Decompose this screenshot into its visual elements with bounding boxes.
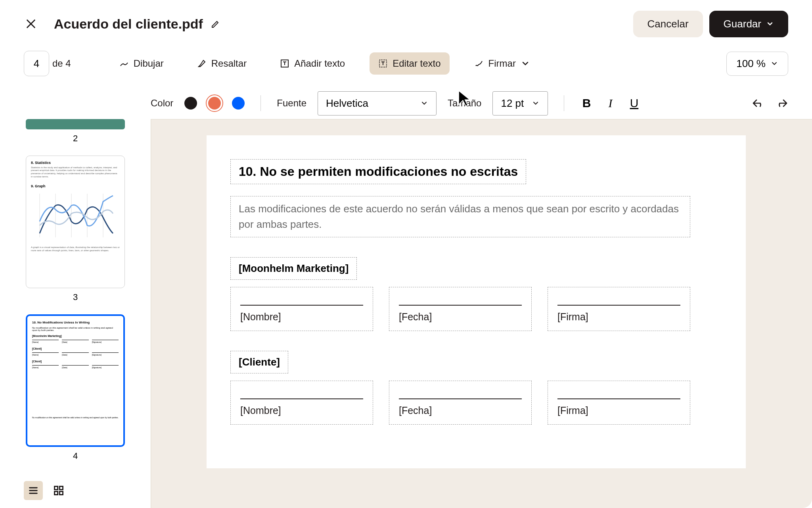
signature-line [240,294,363,306]
edit-text-tool[interactable]: Editar texto [370,52,449,75]
chevron-down-icon [420,99,428,107]
list-view-button[interactable] [24,481,43,500]
chevron-down-icon [521,59,530,68]
chevron-down-icon [770,60,778,67]
divider [564,95,564,111]
add-text-icon [280,59,289,68]
format-bar: Color Fuente Helvetica Tamaño 12 pt B I … [0,87,812,119]
svg-rect-17 [59,487,63,490]
highlight-icon [197,59,207,68]
party-2-label[interactable]: [Cliente] [230,351,288,373]
page-total: de 4 [52,58,71,69]
edit-filename-button[interactable] [211,19,220,29]
signature-field-name[interactable]: [Nombre] [230,287,373,331]
thumbnail-4[interactable]: 10. No Modifications Unless In Writing N… [26,314,125,447]
main: 2 8. Statistics Statistics is the study … [0,119,812,508]
color-swatch-orange[interactable] [208,97,221,110]
redo-button[interactable] [776,97,788,110]
close-icon [25,18,36,29]
color-swatch-black[interactable] [184,97,197,110]
signature-field-name[interactable]: [Nombre] [230,381,373,425]
thumbnail-3-label: 3 [73,292,78,302]
canvas[interactable]: 10. No se permiten modificaciones no esc… [151,119,812,508]
sidebar-footer [0,473,151,508]
draw-icon [119,59,129,68]
signature-field-date[interactable]: [Fecha] [389,287,532,331]
color-swatch-blue[interactable] [232,97,245,110]
thumbnail-3[interactable]: 8. Statistics Statistics is the study an… [26,156,125,288]
party-1-label[interactable]: [Moonhelm Marketing] [230,257,357,280]
thumbnail-4-label: 4 [73,451,78,461]
page-indicator: de 4 [24,51,71,76]
save-button-label: Guardar [724,18,761,30]
thumbnail-2-partial[interactable] [26,119,125,129]
size-label: Tamaño [448,98,481,109]
grid-icon [53,485,64,496]
signature-field-date[interactable]: [Fecha] [389,381,532,425]
pencil-icon [211,19,220,29]
undo-icon [752,97,764,110]
redo-icon [776,97,788,110]
chevron-down-icon [766,20,774,28]
zoom-value: 100 % [736,58,766,70]
draw-tool[interactable]: Dibujar [111,52,172,75]
underline-button[interactable]: U [628,97,640,110]
sign-tool[interactable]: Firmar [465,52,539,75]
signature-line [240,387,363,399]
signature-line [557,294,680,306]
size-dropdown[interactable]: 12 pt [492,91,548,115]
font-dropdown[interactable]: Helvetica [318,91,437,115]
thumbnail-2-label: 2 [73,133,78,144]
sign-icon [474,59,484,68]
page: 10. No se permiten modificaciones no esc… [207,135,746,468]
color-label: Color [151,98,173,109]
close-button[interactable] [24,17,38,31]
svg-rect-19 [59,491,63,495]
grid-view-button[interactable] [49,481,68,500]
highlight-tool[interactable]: Resaltar [188,52,255,75]
toolbar: de 4 Dibujar Resaltar Añadir texto Edita… [0,48,812,79]
signature-line [399,387,522,399]
undo-button[interactable] [752,97,764,110]
edit-text-icon [378,59,388,68]
header: Acuerdo del cliente.pdf Cancelar Guardar [0,0,812,48]
italic-button[interactable]: I [604,97,617,110]
chart-icon [31,190,120,241]
svg-rect-16 [55,487,58,490]
zoom-dropdown[interactable]: 100 % [726,52,788,76]
bold-button[interactable]: B [580,97,593,110]
save-button[interactable]: Guardar [709,11,788,37]
section-title[interactable]: 10. No se permiten modificaciones no esc… [230,159,526,184]
add-text-tool[interactable]: Añadir texto [271,52,354,75]
svg-rect-18 [55,491,58,495]
page-number-input[interactable] [24,51,49,76]
divider [260,95,261,111]
cancel-button[interactable]: Cancelar [633,11,703,37]
list-icon [28,485,39,496]
font-label: Fuente [277,98,306,109]
signature-line [399,294,522,306]
section-body[interactable]: Las modificaciones de este acuerdo no se… [230,196,690,237]
chevron-down-icon [532,99,540,107]
filename: Acuerdo del cliente.pdf [54,16,203,32]
signature-field-signature[interactable]: [Firma] [548,287,690,331]
signature-line [557,387,680,399]
signature-field-signature[interactable]: [Firma] [548,381,690,425]
thumbnail-sidebar[interactable]: 2 8. Statistics Statistics is the study … [0,119,151,473]
